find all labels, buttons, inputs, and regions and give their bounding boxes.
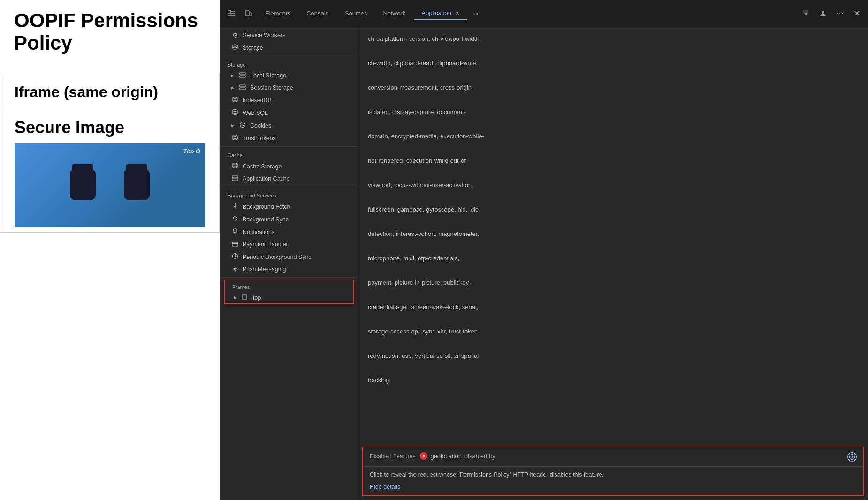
tab-network[interactable]: Network [376, 7, 413, 20]
sidebar-item-background-fetch[interactable]: Background Fetch [220, 200, 358, 213]
settings-button[interactable] [799, 6, 814, 21]
sidebar-label-payment-handler: Payment Handler [243, 241, 288, 248]
background-fetch-icon [231, 203, 239, 211]
sidebar-item-background-sync[interactable]: Background Sync [220, 213, 358, 226]
tab-elements[interactable]: Elements [258, 7, 298, 20]
disabled-features-header: Disabled Features ✕ geolocation disabled… [363, 447, 863, 467]
sidebar-label-session-storage: Session Storage [250, 84, 293, 91]
sidebar-label-push-messaging: Push Messaging [243, 266, 286, 273]
tab-close-icon[interactable]: ✕ [455, 10, 459, 16]
svg-point-18 [233, 135, 237, 137]
expand-icon-cookies: ▶ [231, 123, 234, 128]
disabled-feature-tag: ✕ geolocation disabled by [420, 452, 495, 460]
sidebar-item-periodic-bg-sync[interactable]: Periodic Background Sync [220, 250, 358, 263]
sidebar-item-local-storage[interactable]: ▶ Local Storage [220, 69, 358, 82]
payment-handler-icon [231, 241, 239, 248]
svg-point-30 [235, 270, 236, 272]
sidebar-item-cache-storage[interactable]: Cache Storage [220, 160, 358, 173]
sidebar-item-web-sql[interactable]: Web SQL [220, 106, 358, 119]
tab-more[interactable]: » [468, 7, 486, 20]
sidebar-label-cache-storage: Cache Storage [243, 163, 282, 170]
push-messaging-icon [231, 265, 239, 273]
sidebar-item-notifications[interactable]: Notifications [220, 226, 358, 238]
sidebar-item-indexeddb[interactable]: IndexedDB [220, 94, 358, 106]
feature-disabled-by: disabled by [464, 453, 495, 460]
storage-icon [231, 44, 239, 52]
svg-point-34 [852, 455, 853, 456]
permissions-policy-text: ch-ua platform-version, ch-viewport-widt… [358, 27, 868, 392]
devtools-panel: Elements Console Sources Network Applica… [220, 0, 868, 500]
sidebar-item-push-messaging[interactable]: Push Messaging [220, 263, 358, 275]
expand-icon-session: ▶ [231, 86, 234, 90]
devtools-header: Elements Console Sources Network Applica… [220, 0, 868, 27]
session-storage-icon [239, 84, 246, 91]
sidebar-label-cookies: Cookies [250, 122, 271, 129]
disabled-feature-detail-text: Click to reveal the request whose "Permi… [370, 470, 857, 479]
feature-name: geolocation [430, 453, 462, 460]
sidebar-item-trust-tokens[interactable]: Trust Tokens [220, 132, 358, 144]
periodic-bg-sync-icon [231, 253, 239, 261]
sidebar-item-session-storage[interactable]: ▶ Session Storage [220, 82, 358, 94]
sidebar-item-top-frame[interactable]: ▶ top [225, 292, 353, 303]
frame-icon [242, 294, 247, 301]
background-sync-icon [231, 215, 239, 223]
sidebar-label-indexeddb: IndexedDB [243, 97, 272, 104]
application-items: ⚙ Service Workers Storage [220, 27, 358, 54]
background-services-header: Background Services [220, 189, 358, 200]
sidebar-label-service-workers: Service Workers [243, 32, 285, 38]
cache-section-header: Cache [220, 149, 358, 160]
sidebar-label-storage: Storage [243, 45, 263, 51]
svg-rect-9 [240, 76, 245, 77]
svg-rect-25 [232, 242, 238, 246]
iframe-title: Iframe (same origin) [15, 83, 205, 101]
tab-console[interactable]: Console [299, 7, 336, 20]
info-icon[interactable] [847, 452, 857, 462]
secure-image: The O [15, 143, 205, 227]
fist-right [124, 170, 150, 200]
sidebar-item-service-workers[interactable]: ⚙ Service Workers [220, 29, 358, 41]
svg-rect-5 [250, 13, 251, 16]
application-cache-icon [231, 175, 239, 182]
svg-rect-10 [240, 85, 245, 87]
svg-point-12 [233, 97, 237, 99]
secure-title: Secure Image [15, 118, 205, 137]
svg-point-17 [242, 123, 243, 123]
disabled-features-label: Disabled Features [370, 453, 415, 460]
user-button[interactable] [815, 6, 830, 21]
sidebar-item-cookies[interactable]: ▶ Cookies [220, 119, 358, 132]
svg-rect-20 [232, 176, 238, 178]
svg-point-16 [243, 125, 244, 126]
local-storage-icon [239, 72, 246, 79]
svg-rect-11 [240, 88, 245, 90]
devtools-body: ⚙ Service Workers Storage Storage ▶ L [220, 27, 868, 500]
frame-expand-icon: ▶ [234, 295, 237, 300]
sidebar-item-storage[interactable]: Storage [220, 41, 358, 54]
sidebar-item-payment-handler[interactable]: Payment Handler [220, 238, 358, 250]
svg-rect-8 [240, 73, 245, 75]
devtools-sidebar: ⚙ Service Workers Storage Storage ▶ L [220, 27, 358, 500]
svg-rect-31 [242, 295, 247, 299]
svg-point-14 [240, 122, 245, 128]
devtools-main-content: ch-ua platform-version, ch-viewport-widt… [358, 27, 868, 500]
svg-point-7 [233, 45, 237, 46]
devtools-tabs: Elements Console Sources Network Applica… [258, 7, 797, 20]
sidebar-label-notifications: Notifications [243, 229, 274, 235]
close-devtools-button[interactable]: ✕ [849, 6, 864, 21]
notifications-icon [231, 228, 239, 236]
red-x-icon: ✕ [420, 452, 427, 460]
tab-application[interactable]: Application ✕ [414, 7, 466, 20]
svg-rect-0 [228, 10, 231, 13]
more-options-button[interactable]: ⋯ [832, 6, 847, 21]
frames-section: Frames ▶ top [224, 280, 354, 304]
divider-4 [220, 277, 358, 278]
sidebar-item-application-cache[interactable]: Application Cache [220, 173, 358, 185]
tab-sources[interactable]: Sources [337, 7, 375, 20]
sidebar-label-periodic-bg-sync: Periodic Background Sync [243, 254, 312, 260]
frames-header: Frames [225, 280, 353, 292]
hide-details-link[interactable]: Hide details [370, 484, 400, 490]
svg-point-6 [822, 11, 824, 14]
inspect-element-button[interactable] [224, 6, 239, 21]
device-toolbar-button[interactable] [241, 6, 256, 21]
svg-rect-21 [232, 179, 238, 181]
disabled-features-panel: Disabled Features ✕ geolocation disabled… [362, 447, 864, 496]
